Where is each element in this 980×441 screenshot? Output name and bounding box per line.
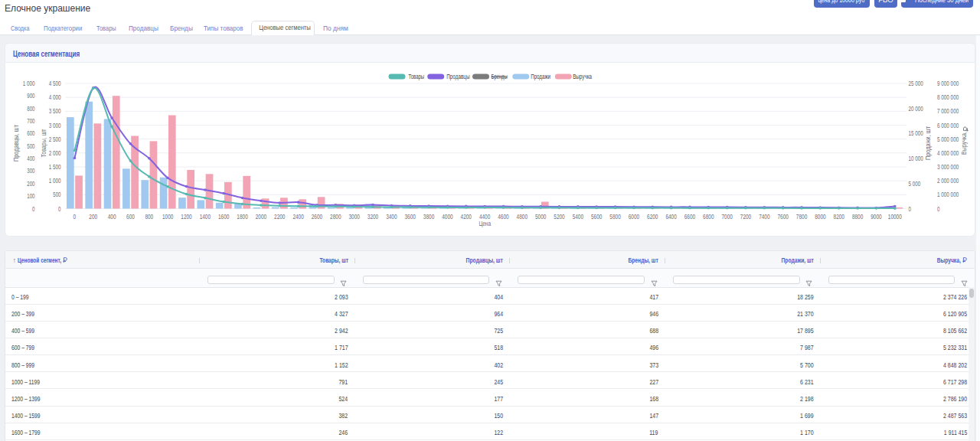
svg-text:1 000: 1 000 (23, 80, 35, 87)
svg-text:8 000 000: 8 000 000 (937, 93, 959, 101)
svg-text:1600: 1600 (218, 213, 230, 220)
svg-text:600: 600 (27, 129, 34, 137)
svg-text:800: 800 (27, 105, 34, 113)
svg-text:Цена: Цена (479, 220, 491, 227)
svg-text:4200: 4200 (461, 213, 472, 220)
svg-text:3000: 3000 (348, 213, 360, 220)
svg-text:6800: 6800 (703, 213, 714, 220)
svg-text:2 500: 2 500 (49, 136, 61, 143)
svg-text:400: 400 (27, 155, 34, 162)
svg-text:3 000 000: 3 000 000 (937, 163, 959, 171)
svg-text:3200: 3200 (368, 213, 379, 220)
svg-text:8000: 8000 (815, 213, 826, 220)
svg-text:4600: 4600 (498, 213, 509, 220)
svg-text:7200: 7200 (740, 213, 752, 220)
svg-text:100: 100 (27, 192, 34, 200)
svg-text:5200: 5200 (554, 213, 565, 220)
svg-text:4 500: 4 500 (49, 80, 61, 87)
svg-text:1200: 1200 (181, 213, 192, 220)
svg-text:0: 0 (58, 205, 61, 213)
svg-text:10000: 10000 (888, 213, 902, 220)
svg-text:6200: 6200 (647, 213, 658, 220)
svg-text:6000: 6000 (629, 213, 640, 220)
svg-text:7400: 7400 (759, 213, 770, 220)
svg-text:1000: 1000 (162, 213, 174, 220)
svg-text:9 000 000: 9 000 000 (937, 80, 959, 87)
svg-text:Продажи, шт: Продажи, шт (924, 126, 932, 160)
svg-text:1 000 000: 1 000 000 (937, 191, 959, 198)
svg-text:2400: 2400 (292, 213, 304, 220)
svg-text:8200: 8200 (834, 213, 845, 220)
svg-text:2 000 000: 2 000 000 (937, 177, 959, 185)
svg-text:2600: 2600 (312, 213, 323, 220)
svg-text:Товары, шт: Товары, шт (40, 129, 47, 157)
svg-text:3400: 3400 (386, 213, 397, 220)
svg-text:7600: 7600 (778, 213, 789, 220)
svg-text:0: 0 (74, 213, 77, 220)
svg-text:3 500: 3 500 (49, 107, 61, 115)
svg-text:8800: 8800 (852, 213, 864, 220)
svg-text:200: 200 (89, 213, 97, 220)
svg-text:5400: 5400 (573, 213, 584, 220)
svg-text:Бренды: Бренды (492, 73, 508, 80)
svg-text:900: 900 (27, 92, 34, 100)
svg-text:6600: 6600 (684, 213, 696, 220)
svg-text:5000: 5000 (535, 213, 547, 220)
svg-text:3 000: 3 000 (49, 122, 61, 129)
svg-text:1 500: 1 500 (49, 163, 61, 171)
svg-text:Товары: Товары (409, 73, 425, 80)
svg-text:1400: 1400 (200, 213, 211, 220)
svg-text:5 000: 5 000 (909, 180, 921, 188)
svg-text:3600: 3600 (405, 213, 416, 220)
svg-text:1 000: 1 000 (49, 177, 61, 185)
svg-text:7000: 7000 (721, 213, 733, 220)
svg-text:600: 600 (126, 213, 135, 220)
svg-text:2000: 2000 (256, 213, 267, 220)
svg-text:800: 800 (145, 213, 153, 220)
svg-text:Продавцы: Продавцы (446, 73, 469, 80)
svg-text:Выручка: Выручка (573, 73, 592, 80)
svg-text:7800: 7800 (796, 213, 808, 220)
svg-text:Выручка,: Выручка, (960, 132, 968, 155)
svg-text:20 000: 20 000 (909, 105, 923, 113)
svg-text:15 000: 15 000 (909, 129, 923, 137)
svg-text:300: 300 (27, 167, 34, 175)
svg-text:Продавцы, шт: Продавцы, шт (12, 125, 20, 162)
svg-text:2 000: 2 000 (49, 149, 61, 157)
svg-text:4 000: 4 000 (49, 93, 61, 101)
svg-text:6400: 6400 (665, 213, 677, 220)
svg-text:400: 400 (108, 213, 116, 220)
svg-text:5 000 000: 5 000 000 (937, 136, 959, 143)
svg-text:5600: 5600 (591, 213, 603, 220)
svg-text:700: 700 (27, 117, 34, 125)
svg-text:4800: 4800 (517, 213, 528, 220)
svg-text:2800: 2800 (330, 213, 341, 220)
svg-text:2200: 2200 (274, 213, 286, 220)
svg-text:500: 500 (53, 191, 60, 198)
svg-text:9000: 9000 (871, 213, 882, 220)
svg-text:7 000 000: 7 000 000 (937, 107, 959, 115)
svg-text:0: 0 (909, 205, 912, 213)
svg-text:5800: 5800 (609, 213, 621, 220)
svg-text:0: 0 (937, 205, 940, 213)
svg-text:4000: 4000 (442, 213, 453, 220)
svg-text:200: 200 (27, 180, 34, 188)
svg-text:25 000: 25 000 (909, 80, 923, 87)
svg-text:0: 0 (32, 205, 35, 213)
svg-text:1800: 1800 (237, 213, 248, 220)
svg-text:6 000 000: 6 000 000 (937, 122, 959, 129)
svg-text:10 000: 10 000 (909, 155, 923, 162)
svg-text:4 000 000: 4 000 000 (937, 149, 959, 157)
svg-text:500: 500 (27, 142, 34, 150)
svg-text:Продажи: Продажи (531, 73, 550, 80)
svg-text:4400: 4400 (479, 213, 491, 220)
svg-text:3800: 3800 (423, 213, 435, 220)
